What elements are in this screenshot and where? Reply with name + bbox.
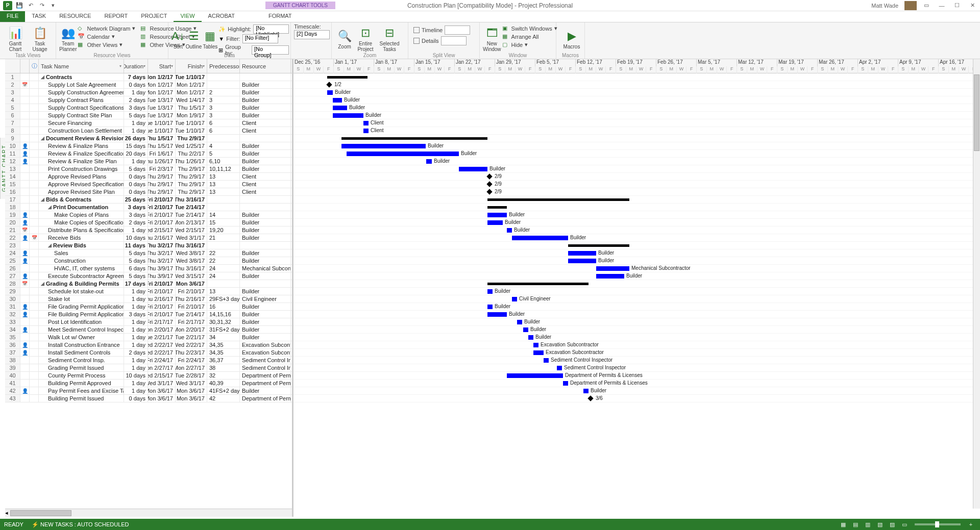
qat-more-icon[interactable]: ▾ [49, 2, 57, 10]
summary-bar[interactable] [487, 206, 507, 209]
table-row[interactable]: 22👤📅Receive Bids10 daysThu 2/16/17Wed 3/… [5, 234, 292, 242]
table-row[interactable]: 20👤Make Copies of Specifications2 daysFr… [5, 219, 292, 226]
milestone-icon[interactable] [326, 82, 332, 87]
zoom-in-icon[interactable]: + [966, 520, 976, 528]
table-row[interactable]: 41Building Permit Approved1 dayWed 3/1/1… [5, 380, 292, 387]
zoom-out-icon[interactable]: ▭ [899, 520, 910, 528]
outline-button[interactable]: ☰Outline [186, 23, 202, 55]
col-taskname[interactable]: Task Name▾ [39, 59, 124, 73]
task-bar[interactable] [544, 358, 549, 363]
sort-button[interactable]: A↓Sort [172, 23, 185, 55]
details-checkbox[interactable] [413, 38, 420, 44]
task-bar[interactable] [333, 106, 347, 110]
ribbon-minimize-icon[interactable]: ▭ [921, 1, 932, 10]
zoom-slider[interactable] [915, 523, 961, 525]
gantt-chart-button[interactable]: 📊Gantt Chart [3, 23, 28, 55]
table-row[interactable]: 36👤Install Construction Entrance1 dayWed… [5, 341, 292, 349]
tab-project[interactable]: PROJECT [134, 11, 174, 22]
close-icon[interactable]: ✕ [967, 1, 978, 10]
task-bar[interactable] [512, 297, 517, 301]
undo-icon[interactable]: ↶ [27, 2, 35, 10]
col-predecessors[interactable]: Predecessors▾ [207, 59, 240, 73]
task-bar[interactable] [568, 251, 596, 256]
task-bar[interactable] [487, 213, 507, 217]
view-report-icon[interactable]: ▨ [887, 520, 897, 528]
table-row[interactable]: 3Supply Construction Agreement1 dayMon 1… [5, 89, 292, 96]
table-row[interactable]: 18◢Print Documentation3 daysFri 2/10/17T… [5, 204, 292, 211]
save-icon[interactable]: 💾 [15, 2, 23, 10]
task-bar[interactable] [487, 220, 503, 225]
task-bar[interactable] [557, 366, 562, 370]
task-bar[interactable] [583, 389, 589, 393]
table-row[interactable]: 1◢Contracts7 daysMon 1/2/17Tue 1/10/17 [5, 73, 292, 81]
table-row[interactable]: 4Supply Contract Plans2 daysTue 1/3/17We… [5, 96, 292, 104]
task-bar[interactable] [333, 98, 342, 103]
task-bar[interactable] [523, 327, 528, 332]
table-row[interactable]: 6Supply Contract Site Plan5 daysTue 1/3/… [5, 112, 292, 119]
table-row[interactable]: 39Grading Permit Issued1 dayMon 2/27/17M… [5, 364, 292, 372]
col-info[interactable]: ⓘ [30, 59, 39, 73]
view-sheet-icon[interactable]: ▧ [875, 520, 885, 528]
table-row[interactable]: 8Construction Loan Settlement1 dayTue 1/… [5, 127, 292, 135]
table-row[interactable]: 30Stake lot1 dayThu 2/16/17Thu 2/16/1729… [5, 295, 292, 303]
v-scrollbar[interactable] [973, 59, 980, 509]
view-gantt-icon[interactable]: ▦ [838, 520, 848, 528]
maximize-icon[interactable]: ☐ [951, 1, 963, 10]
tab-resource[interactable]: RESOURCE [53, 11, 97, 22]
table-row[interactable]: 34👤Meet Sediment Control Inspector1 dayM… [5, 326, 292, 334]
filter-select[interactable]: [No Filter] [242, 34, 278, 43]
h-scrollbar[interactable]: ◂ [5, 509, 292, 517]
task-bar[interactable] [487, 289, 493, 294]
table-row[interactable]: 9◢Document Review & Revision26 daysThu 1… [5, 135, 292, 142]
task-bar[interactable] [568, 259, 596, 263]
table-row[interactable]: 31👤File Grading Permit Application1 dayF… [5, 303, 292, 311]
task-bar[interactable] [512, 236, 568, 240]
milestone-icon[interactable] [486, 181, 492, 187]
table-row[interactable]: 7Secure Financing1 dayTue 1/10/17Tue 1/1… [5, 119, 292, 127]
task-bar[interactable] [363, 121, 369, 125]
team-planner-button[interactable]: 👥Team Planner [59, 23, 77, 55]
task-bar[interactable] [347, 152, 459, 156]
tab-report[interactable]: REPORT [98, 11, 135, 22]
table-row[interactable]: 13Print Construction Drawings5 daysFri 2… [5, 165, 292, 173]
table-row[interactable]: 15Approve Revised Specifications0 daysTh… [5, 181, 292, 188]
task-bar[interactable] [487, 305, 493, 309]
table-row[interactable]: 25👤Construction5 daysThu 3/2/17Wed 3/8/1… [5, 257, 292, 265]
tab-task[interactable]: TASK [25, 11, 53, 22]
table-row[interactable]: 10👤Review & Finalize Plans15 daysThu 1/5… [5, 142, 292, 150]
tab-format[interactable]: FORMAT [262, 11, 299, 22]
task-bar[interactable] [596, 274, 624, 279]
entire-project-button[interactable]: ⊡Entire Project [354, 23, 377, 55]
new-window-button[interactable]: 🗔New Window [483, 23, 501, 55]
col-rownum[interactable] [5, 59, 20, 73]
timeline-checkbox[interactable] [413, 27, 420, 33]
table-row[interactable]: 37👤Install Sediment Controls2 daysWed 2/… [5, 349, 292, 357]
task-bar[interactable] [528, 335, 533, 340]
table-row[interactable]: 32👤File Building Permit Application3 day… [5, 311, 292, 318]
highlight-select[interactable]: [No Highlight] [253, 24, 289, 34]
table-row[interactable]: 19👤Make Copies of Plans3 daysFri 2/10/17… [5, 211, 292, 219]
table-row[interactable]: 16Approve Revised Site Plan0 daysThu 2/9… [5, 188, 292, 196]
table-row[interactable]: 17◢Bids & Contracts25 daysFri 2/10/17Thu… [5, 196, 292, 204]
col-resource[interactable]: Resource [240, 59, 291, 73]
milestone-icon[interactable] [486, 173, 492, 179]
switch-windows-button[interactable]: ▣Switch Windows ▾ [501, 24, 558, 32]
task-bar[interactable] [517, 320, 522, 324]
task-bar[interactable] [459, 167, 487, 171]
other-views-button[interactable]: ▦Other Views ▾ [77, 41, 136, 48]
task-bar[interactable] [333, 113, 363, 118]
table-row[interactable]: 35Walk Lot w/ Owner1 dayTue 2/21/17Tue 2… [5, 334, 292, 341]
table-row[interactable]: 2📅Supply Lot Sale Agreement0 daysMon 1/2… [5, 81, 292, 89]
col-finish[interactable]: Finish▾ [176, 59, 207, 73]
task-bar[interactable] [363, 129, 369, 133]
calendar-button[interactable]: 📅Calendar ▾ [77, 33, 136, 40]
table-row[interactable]: 5Supply Contract Specifications3 daysTue… [5, 104, 292, 112]
milestone-icon[interactable] [486, 189, 492, 194]
col-start[interactable]: Start▾ [148, 59, 176, 73]
table-row[interactable]: 38Sediment Control Insp.1 dayFri 2/24/17… [5, 357, 292, 364]
table-row[interactable]: 12👤Review & Finalize Site Plan1 dayThu 1… [5, 158, 292, 165]
summary-bar[interactable] [568, 244, 629, 247]
minimize-icon[interactable]: — [936, 1, 947, 10]
milestone-icon[interactable] [587, 395, 593, 401]
task-bar[interactable] [533, 343, 538, 347]
